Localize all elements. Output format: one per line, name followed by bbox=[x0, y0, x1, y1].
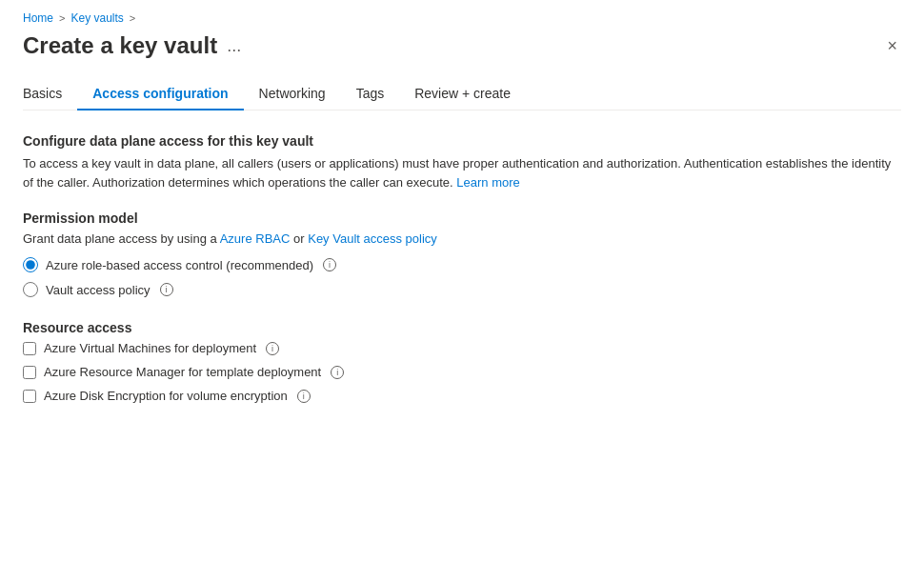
tab-tags[interactable]: Tags bbox=[341, 78, 400, 110]
checkbox-item-disk: Azure Disk Encryption for volume encrypt… bbox=[23, 389, 901, 403]
rbac-info-icon[interactable]: i bbox=[323, 258, 336, 271]
page-title: Create a key vault bbox=[23, 32, 217, 59]
page-title-row: Create a key vault ... bbox=[23, 32, 241, 59]
breadcrumb-key-vaults[interactable]: Key vaults bbox=[70, 11, 123, 25]
breadcrumb-sep1: > bbox=[59, 12, 65, 24]
radio-rbac[interactable] bbox=[23, 257, 38, 272]
tabs-container: Basics Access configuration Networking T… bbox=[23, 78, 901, 110]
disk-info-icon[interactable]: i bbox=[297, 390, 311, 403]
resource-access-title: Resource access bbox=[23, 320, 901, 335]
configure-section-title: Configure data plane access for this key… bbox=[23, 133, 901, 149]
resource-access-checkbox-group: Azure Virtual Machines for deployment i … bbox=[23, 341, 901, 403]
checkbox-arm-label: Azure Resource Manager for template depl… bbox=[44, 365, 321, 379]
checkbox-item-vm: Azure Virtual Machines for deployment i bbox=[23, 341, 901, 355]
resource-access-section: Resource access Azure Virtual Machines f… bbox=[23, 320, 901, 403]
checkbox-item-arm: Azure Resource Manager for template depl… bbox=[23, 365, 901, 379]
checkbox-disk-encryption[interactable] bbox=[23, 390, 36, 403]
tab-access-configuration[interactable]: Access configuration bbox=[77, 78, 243, 110]
permission-radio-group: Azure role-based access control (recomme… bbox=[23, 257, 901, 297]
radio-item-vault-policy: Vault access policy i bbox=[23, 282, 901, 297]
breadcrumb: Home > Key vaults > bbox=[23, 11, 901, 25]
tab-review-create[interactable]: Review + create bbox=[399, 78, 526, 110]
tab-networking[interactable]: Networking bbox=[244, 78, 341, 110]
radio-rbac-label: Azure role-based access control (recomme… bbox=[46, 258, 313, 272]
radio-vault-policy-label: Vault access policy bbox=[46, 283, 151, 297]
page-header: Create a key vault ... × bbox=[23, 32, 901, 59]
vault-policy-info-icon[interactable]: i bbox=[160, 283, 173, 296]
breadcrumb-home[interactable]: Home bbox=[23, 11, 53, 25]
configure-section-desc: To access a key vault in data plane, all… bbox=[23, 154, 901, 191]
vault-access-policy-link[interactable]: Key Vault access policy bbox=[308, 231, 437, 246]
page-options-button[interactable]: ... bbox=[227, 36, 241, 56]
radio-vault-policy[interactable] bbox=[23, 282, 38, 297]
checkbox-vm-label: Azure Virtual Machines for deployment bbox=[44, 341, 256, 355]
configure-section: Configure data plane access for this key… bbox=[23, 133, 901, 191]
checkbox-vm-deployment[interactable] bbox=[23, 342, 36, 355]
permission-model-desc: Grant data plane access by using a Azure… bbox=[23, 231, 901, 246]
arm-info-icon[interactable]: i bbox=[331, 366, 344, 379]
close-button[interactable]: × bbox=[883, 33, 901, 58]
breadcrumb-sep2: > bbox=[130, 12, 135, 24]
page-container: Home > Key vaults > Create a key vault .… bbox=[0, 0, 924, 445]
permission-model-title: Permission model bbox=[23, 211, 901, 226]
checkbox-disk-label: Azure Disk Encryption for volume encrypt… bbox=[44, 389, 288, 403]
tab-basics[interactable]: Basics bbox=[23, 78, 77, 110]
vm-info-icon[interactable]: i bbox=[266, 342, 279, 355]
radio-item-rbac: Azure role-based access control (recomme… bbox=[23, 257, 901, 272]
learn-more-link[interactable]: Learn more bbox=[456, 175, 519, 190]
azure-rbac-link[interactable]: Azure RBAC bbox=[220, 231, 291, 246]
checkbox-arm-deployment[interactable] bbox=[23, 366, 36, 379]
permission-model-section: Permission model Grant data plane access… bbox=[23, 211, 901, 297]
